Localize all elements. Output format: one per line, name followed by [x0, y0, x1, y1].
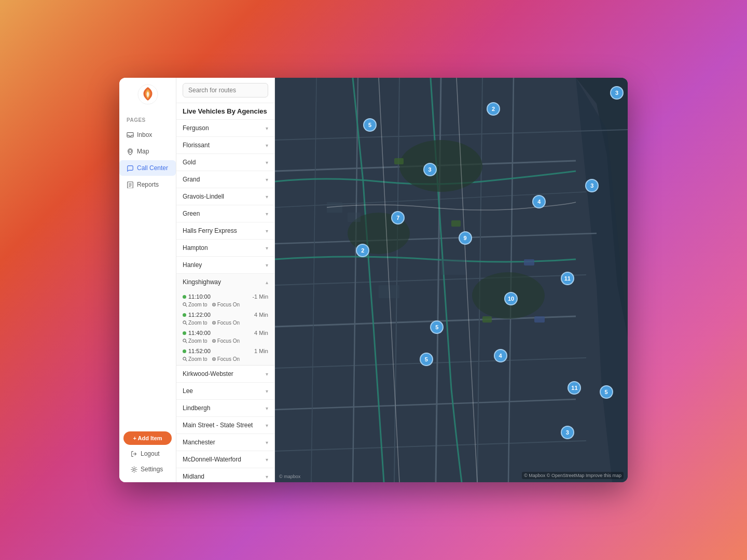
- svg-rect-42: [348, 213, 361, 222]
- focus-on-button[interactable]: Focus On: [212, 356, 240, 362]
- search-box: [176, 78, 274, 103]
- zoom-icon: [183, 320, 187, 325]
- chevron-down-icon: ▾: [266, 211, 268, 217]
- sidebar-item-reports[interactable]: Reports: [119, 177, 176, 192]
- chevron-down-icon: ▾: [266, 194, 268, 200]
- sidebar-item-inbox[interactable]: Inbox: [119, 127, 176, 143]
- focus-on-button[interactable]: Focus On: [212, 338, 240, 344]
- settings-button[interactable]: Settings: [123, 463, 172, 476]
- sidebar-bottom: + Add Item Logout Settings: [119, 431, 176, 476]
- map-cluster[interactable]: 9: [459, 231, 472, 245]
- route-label: McDonnell-Waterford: [183, 456, 241, 463]
- logo: [137, 84, 158, 117]
- map-cluster[interactable]: 5: [363, 118, 377, 132]
- route-item-ferguson[interactable]: Ferguson ▾: [176, 120, 274, 137]
- route-label: Main Street - State Street: [183, 422, 253, 429]
- call-center-icon: [127, 164, 134, 172]
- vehicle-entry: 11:52:00 1 Min Zoom to: [176, 345, 274, 363]
- map-cluster[interactable]: 11: [561, 272, 574, 285]
- sidebar-item-call-center[interactable]: Call Center: [119, 160, 176, 176]
- call-center-label: Call Center: [137, 164, 168, 172]
- route-label: Gold: [183, 159, 196, 166]
- route-item-gold[interactable]: Gold ▾: [176, 154, 274, 171]
- route-item-main-state[interactable]: Main Street - State Street ▾: [176, 417, 274, 434]
- svg-point-11: [183, 339, 186, 342]
- focus-on-button[interactable]: Focus On: [212, 320, 240, 326]
- mapbox-logo: © mapbox: [279, 474, 300, 479]
- route-item-kirkwood-webster[interactable]: Kirkwood-Webster ▾: [176, 366, 274, 383]
- route-label: Lee: [183, 387, 193, 395]
- add-item-label: + Add Item: [133, 435, 162, 441]
- svg-rect-37: [451, 220, 461, 227]
- pages-label: Pages: [119, 117, 146, 123]
- svg-point-14: [183, 357, 186, 360]
- map-cluster[interactable]: 3: [610, 86, 624, 100]
- route-label: Florissant: [183, 142, 210, 149]
- add-item-button[interactable]: + Add Item: [123, 431, 172, 445]
- route-item-hanley[interactable]: Hanley ▾: [176, 257, 274, 274]
- route-label: Kirkwood-Webster: [183, 370, 233, 377]
- kingshighway-vehicles: 11:10:00 -1 Min Zoom to: [176, 290, 274, 366]
- route-label: Hanley: [183, 261, 202, 269]
- map-cluster[interactable]: 3: [423, 163, 437, 176]
- map-cluster[interactable]: 3: [561, 426, 574, 439]
- zoom-icon: [183, 357, 187, 361]
- route-item-florissant[interactable]: Florissant ▾: [176, 137, 274, 154]
- route-label: Lindbergh: [183, 404, 210, 412]
- map-cluster[interactable]: 5: [420, 353, 433, 366]
- route-item-lee[interactable]: Lee ▾: [176, 383, 274, 400]
- route-item-midland[interactable]: Midland ▾: [176, 468, 274, 482]
- chevron-up-icon: ▴: [266, 279, 268, 285]
- zoom-icon: [183, 339, 187, 343]
- vehicle-time: 11:10:00: [188, 293, 211, 300]
- route-item-green[interactable]: Green ▾: [176, 205, 274, 222]
- chevron-down-icon: ▾: [266, 457, 268, 463]
- route-item-manchester[interactable]: Manchester ▾: [176, 434, 274, 451]
- logout-label: Logout: [141, 450, 160, 457]
- route-item-halls-ferry[interactable]: Halls Ferry Express ▾: [176, 222, 274, 240]
- zoom-to-button[interactable]: Zoom to: [183, 356, 208, 362]
- map-cluster[interactable]: 2: [356, 244, 369, 257]
- chevron-down-icon: ▾: [266, 474, 268, 480]
- map-cluster[interactable]: 5: [430, 320, 444, 334]
- route-item-hampton[interactable]: Hampton ▾: [176, 240, 274, 257]
- focus-icon: [212, 302, 216, 307]
- vehicle-min: 4 Min: [254, 312, 268, 318]
- inbox-icon: [127, 131, 134, 138]
- route-label: Gravois-Lindell: [183, 193, 224, 200]
- search-input[interactable]: [183, 83, 268, 97]
- logout-button[interactable]: Logout: [123, 447, 172, 460]
- route-item-gravois-lindell[interactable]: Gravois-Lindell ▾: [176, 188, 274, 205]
- sidebar: Pages Inbox Map Call Center: [119, 78, 176, 482]
- zoom-to-button[interactable]: Zoom to: [183, 338, 208, 344]
- chevron-down-icon: ▾: [266, 143, 268, 148]
- svg-rect-38: [482, 316, 492, 323]
- svg-point-16: [213, 358, 214, 359]
- zoom-icon: [183, 302, 187, 307]
- status-dot: [183, 349, 186, 353]
- map-cluster[interactable]: 2: [487, 102, 500, 116]
- chevron-down-icon: ▾: [266, 423, 268, 428]
- svg-point-4: [133, 468, 135, 470]
- focus-on-button[interactable]: Focus On: [212, 302, 240, 307]
- chevron-down-icon: ▾: [266, 177, 268, 183]
- route-item-grand[interactable]: Grand ▾: [176, 171, 274, 188]
- vehicle-entry: 11:22:00 4 Min Zoom to: [176, 309, 274, 327]
- route-item-mcdonnell-waterford[interactable]: McDonnell-Waterford ▾: [176, 451, 274, 468]
- map-cluster[interactable]: 4: [494, 349, 507, 362]
- zoom-to-button[interactable]: Zoom to: [183, 320, 208, 326]
- route-item-kingshighway[interactable]: Kingshighway ▴: [176, 274, 274, 290]
- route-item-lindbergh[interactable]: Lindbergh ▾: [176, 400, 274, 417]
- map-cluster[interactable]: 5: [600, 385, 613, 399]
- route-label: Kingshighway: [183, 278, 221, 286]
- status-dot: [183, 331, 186, 335]
- panel-title: Live Vehicles By Agencies: [176, 103, 274, 120]
- chevron-down-icon: ▾: [266, 160, 268, 165]
- chevron-down-icon: ▾: [266, 405, 268, 411]
- svg-point-5: [183, 303, 186, 305]
- reports-label: Reports: [137, 181, 159, 188]
- zoom-to-button[interactable]: Zoom to: [183, 302, 208, 307]
- map-area[interactable]: 2 5 3 3 4 7 9 2 11 10 5 4 5 5 11 3 3 © m…: [275, 78, 628, 482]
- chevron-down-icon: ▾: [266, 125, 268, 131]
- sidebar-item-map[interactable]: Map: [119, 144, 176, 159]
